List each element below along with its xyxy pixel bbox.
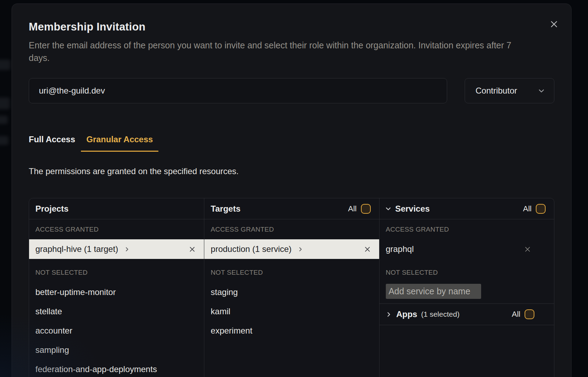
services-all-label: All bbox=[523, 204, 532, 213]
not-selected-label: NOT SELECTED bbox=[211, 268, 372, 277]
remove-project-button[interactable] bbox=[188, 245, 196, 253]
backdrop-artifact bbox=[0, 136, 8, 145]
not-selected-label: NOT SELECTED bbox=[35, 268, 198, 277]
modal-description: Enter the email address of the person yo… bbox=[29, 39, 524, 64]
target-list-item[interactable]: staging bbox=[204, 282, 379, 302]
access-granted-label: ACCESS GRANTED bbox=[35, 225, 198, 234]
targets-column: Targets All ACCESS GRANTED production (1… bbox=[204, 198, 379, 377]
email-input[interactable] bbox=[29, 78, 447, 103]
permissions-note: The permissions are granted on the speci… bbox=[29, 166, 554, 176]
access-granted-label: ACCESS GRANTED bbox=[386, 225, 548, 234]
apps-all-label: All bbox=[512, 310, 520, 319]
chevron-down-icon bbox=[537, 87, 546, 95]
granted-service-label: graphql bbox=[386, 244, 414, 254]
services-column-title: Services bbox=[395, 204, 430, 214]
modal-title: Membership Invitation bbox=[29, 21, 554, 33]
add-service-input[interactable] bbox=[386, 284, 481, 299]
x-icon bbox=[363, 245, 371, 253]
role-select-value: Contributor bbox=[476, 86, 517, 96]
selected-target-label: production (1 service) bbox=[211, 244, 292, 254]
chevron-right-icon bbox=[385, 311, 392, 318]
screen-backdrop: Membership Invitation Enter the email ad… bbox=[0, 0, 588, 377]
services-section-header[interactable]: Services All bbox=[380, 198, 554, 219]
granted-service-row: graphql bbox=[380, 239, 554, 259]
selected-project-label: graphql-hive (1 target) bbox=[35, 244, 118, 254]
remove-service-button[interactable] bbox=[524, 245, 532, 253]
permissions-table: Projects ACCESS GRANTED graphql-hive (1 … bbox=[29, 198, 554, 377]
remove-target-button[interactable] bbox=[363, 245, 371, 253]
target-list-item[interactable]: kamil bbox=[204, 302, 379, 321]
target-list-item[interactable]: experiment bbox=[204, 321, 379, 340]
access-granted-label: ACCESS GRANTED bbox=[211, 225, 372, 234]
selected-project-row[interactable]: graphql-hive (1 target) bbox=[29, 239, 204, 259]
access-tabs: Full Access Granular Access bbox=[23, 134, 554, 152]
backdrop-artifact bbox=[0, 60, 11, 70]
targets-all-checkbox[interactable] bbox=[361, 204, 371, 214]
selected-target-row[interactable]: production (1 service) bbox=[204, 239, 379, 259]
projects-column: Projects ACCESS GRANTED graphql-hive (1 … bbox=[29, 198, 204, 377]
invite-form-row: Contributor bbox=[29, 78, 554, 103]
targets-all-label: All bbox=[348, 204, 356, 213]
project-list-item[interactable]: sampling bbox=[29, 340, 204, 359]
services-all-checkbox[interactable] bbox=[536, 204, 546, 214]
chevron-right-icon bbox=[124, 246, 130, 253]
project-list-item[interactable]: stellate bbox=[29, 302, 204, 321]
backdrop-artifact bbox=[0, 116, 8, 124]
apps-section-header[interactable]: Apps (1 selected) All bbox=[380, 303, 554, 325]
chevron-right-icon bbox=[297, 246, 304, 253]
role-select[interactable]: Contributor bbox=[465, 78, 554, 103]
project-list-item[interactable]: better-uptime-monitor bbox=[29, 282, 204, 302]
membership-invitation-modal: Membership Invitation Enter the email ad… bbox=[12, 4, 572, 377]
x-icon bbox=[524, 245, 532, 253]
backdrop-artifact bbox=[0, 97, 10, 109]
apps-all-checkbox[interactable] bbox=[525, 309, 534, 319]
tab-full-access[interactable]: Full Access bbox=[23, 134, 81, 152]
targets-column-title: Targets bbox=[211, 204, 240, 214]
projects-column-title: Projects bbox=[35, 204, 69, 214]
projects-column-header: Projects bbox=[29, 198, 204, 219]
not-selected-label: NOT SELECTED bbox=[386, 268, 548, 277]
project-list-item[interactable]: federation-and-app-deployments bbox=[29, 359, 204, 377]
close-button[interactable] bbox=[548, 19, 560, 30]
project-list-item[interactable]: accounter bbox=[29, 321, 204, 340]
x-icon bbox=[188, 245, 196, 253]
services-column: Services All ACCESS GRANTED graphql bbox=[379, 198, 554, 377]
apps-selected-count: (1 selected) bbox=[421, 310, 460, 318]
chevron-down-icon bbox=[384, 205, 392, 213]
targets-column-header: Targets All bbox=[204, 198, 379, 219]
tab-granular-access[interactable]: Granular Access bbox=[81, 134, 159, 152]
apps-section-title: Apps bbox=[396, 309, 417, 319]
close-icon bbox=[549, 19, 559, 29]
